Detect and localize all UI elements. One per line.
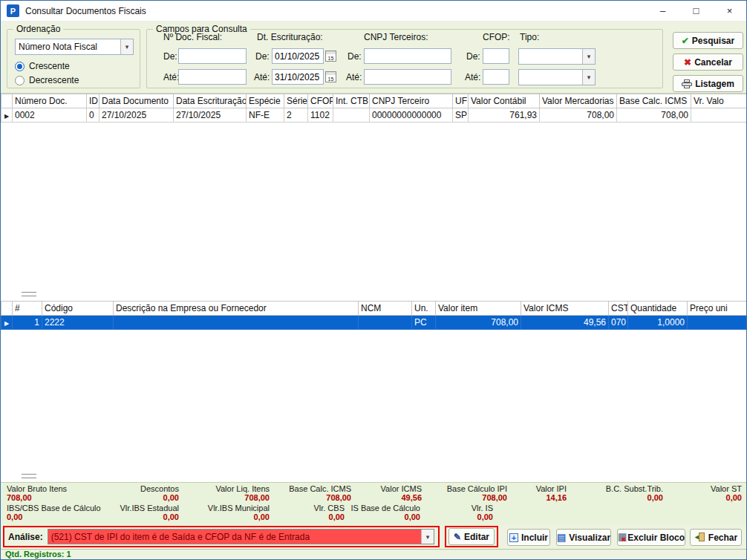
summary-field: Valor IPI 14,16 <box>507 484 567 502</box>
cfop-ate-input[interactable] <box>483 69 509 85</box>
cell-vr-valo <box>691 108 747 123</box>
doc-fiscal-ate-input[interactable] <box>178 69 247 85</box>
cfop-label: CFOP: <box>483 32 510 42</box>
column-header[interactable]: UF <box>453 94 469 108</box>
delete-block-icon: ▦ ✖ <box>618 533 624 542</box>
column-header[interactable]: Base Calc. ICMS <box>617 94 691 108</box>
column-header[interactable]: Valor Contábil <box>469 94 540 108</box>
summary-field: Valor Liq. Itens 708,00 <box>179 484 270 502</box>
cnpj-de-label: De: <box>348 51 362 62</box>
column-header[interactable]: CFOP <box>308 94 333 108</box>
status-bar: Qtd. Registros: 1 <box>1 549 747 559</box>
column-header[interactable]: Data Escrituração <box>174 94 247 108</box>
column-header[interactable]: Preço uni <box>688 302 747 316</box>
radio-crescente-label: Crescente <box>29 61 70 71</box>
tipo-ate-dropdown[interactable]: ▾ <box>518 69 596 85</box>
column-header[interactable]: CST <box>609 302 628 316</box>
title-bar: P Consultar Documentos Fiscais – □ × <box>1 1 746 22</box>
column-header[interactable]: Espécie <box>247 94 284 108</box>
document-view-icon: ▤ <box>557 532 566 543</box>
close-button[interactable]: × <box>713 1 746 21</box>
cell-serie: 2 <box>284 108 308 123</box>
column-header[interactable]: ID <box>87 94 100 108</box>
listagem-button[interactable]: Listagem <box>673 75 743 92</box>
table-row-selected[interactable]: ▶ 1 2222 PC 708,00 49,56 070 1,0000 <box>1 316 747 330</box>
summary-field: Vlr.IBS Estadual 0,00 <box>97 504 179 521</box>
filter-panel: Ordenação Número Nota Fiscal ▾ Crescente… <box>1 22 746 94</box>
cell-cst: 070 <box>609 316 628 330</box>
column-header[interactable]: Data Documento <box>100 94 174 108</box>
cnpj-ate-input[interactable] <box>364 69 451 85</box>
incluir-label: Incluir <box>521 533 548 543</box>
cell-cnpj-terceiro: 00000000000000 <box>370 108 453 123</box>
column-header[interactable]: # <box>13 302 42 316</box>
row-pointer-icon: ▶ <box>1 316 13 330</box>
radio-decrescente[interactable]: Decrescente <box>15 75 79 85</box>
column-header[interactable]: Descrição na Empresa ou Fornecedor <box>114 302 359 316</box>
x-icon: ✖ <box>684 57 691 68</box>
groupbox-ordenacao-title: Ordenação <box>13 24 63 34</box>
radio-unselected-icon <box>15 76 25 85</box>
column-header[interactable]: Int. CTB <box>333 94 370 108</box>
escrituracao-label: Dt. Escrituração: <box>257 32 323 42</box>
calendar-icon[interactable]: 15 <box>325 71 336 82</box>
cnpj-de-input[interactable] <box>364 48 451 64</box>
column-header[interactable]: Código <box>42 302 114 316</box>
tipo-de-dropdown[interactable]: ▾ <box>518 48 596 65</box>
column-header[interactable]: Número Doc. <box>13 94 87 108</box>
grid-splitter[interactable] <box>1 287 747 301</box>
cfop-de-input[interactable] <box>483 48 509 64</box>
window-title: Consultar Documentos Fiscais <box>25 6 146 16</box>
record-count-text: Qtd. Registros: 1 <box>5 550 71 559</box>
column-header[interactable]: Quantidade <box>628 302 688 316</box>
excluir-bloco-label: Excluir Bloco <box>627 533 685 543</box>
summary-field: Vlr. CBS 0,00 <box>270 504 345 521</box>
grid-splitter[interactable] <box>1 470 747 482</box>
analise-dropdown[interactable]: (521) CST de IPI do item é de Saída e CF… <box>48 529 434 544</box>
cell-item-number: 1 <box>13 316 42 330</box>
fechar-button[interactable]: ◄ Fechar <box>690 529 742 546</box>
cell-valor-contabil: 761,93 <box>469 108 540 123</box>
cancelar-button[interactable]: ✖ Cancelar <box>673 53 743 71</box>
chevron-down-icon[interactable]: ▾ <box>582 70 595 85</box>
column-header[interactable]: CNPJ Terceiro <box>370 94 453 108</box>
column-header[interactable]: Valor item <box>436 302 521 316</box>
column-header[interactable]: NCM <box>359 302 412 316</box>
maximize-button[interactable]: □ <box>679 1 713 21</box>
column-header[interactable]: Un. <box>412 302 436 316</box>
column-header[interactable]: Vr. Valo <box>691 94 747 108</box>
sort-field-dropdown[interactable]: Número Nota Fiscal ▾ <box>15 39 134 55</box>
editar-button[interactable]: ✎ Editar <box>448 528 495 545</box>
editar-highlight-box: ✎ Editar <box>445 526 498 547</box>
doc-fiscal-de-input[interactable] <box>178 48 247 64</box>
summary-field: Vlr. IS 0,00 <box>420 504 493 521</box>
visualizar-label: Visualizar <box>569 533 610 543</box>
groupbox-ordenacao: Ordenação Número Nota Fiscal ▾ Crescente… <box>7 29 140 88</box>
column-header[interactable]: Valor ICMS <box>521 302 609 316</box>
items-grid: # Código Descrição na Empresa ou Fornece… <box>1 301 747 470</box>
chevron-down-icon[interactable]: ▾ <box>120 39 133 54</box>
summary-field: IS Base de Cálculo 0,00 <box>345 504 420 521</box>
column-header[interactable]: Valor Mercadorias <box>540 94 617 108</box>
excluir-bloco-button[interactable]: ▦ ✖ Excluir Bloco <box>617 529 685 546</box>
chevron-down-icon[interactable]: ▾ <box>582 49 595 64</box>
table-row[interactable]: ▶ 0002 0 27/10/2025 27/10/2025 NF-E 2 11… <box>1 108 747 123</box>
chevron-down-icon[interactable]: ▾ <box>421 530 434 544</box>
escrituracao-de-input[interactable] <box>272 48 324 64</box>
summary-field: Valor ICMS 49,56 <box>351 484 422 502</box>
radio-crescente[interactable]: Crescente <box>15 61 70 71</box>
minimize-button[interactable]: – <box>646 1 679 21</box>
summary-field: IBS/CBS Base de Cálculo 0,00 <box>7 504 97 521</box>
radio-selected-icon <box>15 62 25 71</box>
cell-id: 0 <box>87 108 100 123</box>
summary-row-2: IBS/CBS Base de Cálculo 0,00 Vlr.IBS Est… <box>7 504 742 521</box>
column-header[interactable]: Série <box>284 94 308 108</box>
summary-row-1: Valor Bruto Itens 708,00 Descontos 0,00 … <box>7 484 742 502</box>
calendar-icon[interactable]: 15 <box>325 51 336 62</box>
pesquisar-button[interactable]: ✔ Pesquisar <box>673 32 743 49</box>
visualizar-button[interactable]: ▤ Visualizar <box>556 529 611 546</box>
incluir-button[interactable]: + Incluir <box>507 529 550 546</box>
summary-field: Valor Bruto Itens 708,00 <box>7 484 97 502</box>
escrituracao-ate-input[interactable] <box>272 69 324 85</box>
cell-valor-mercadorias: 708,00 <box>540 108 617 123</box>
